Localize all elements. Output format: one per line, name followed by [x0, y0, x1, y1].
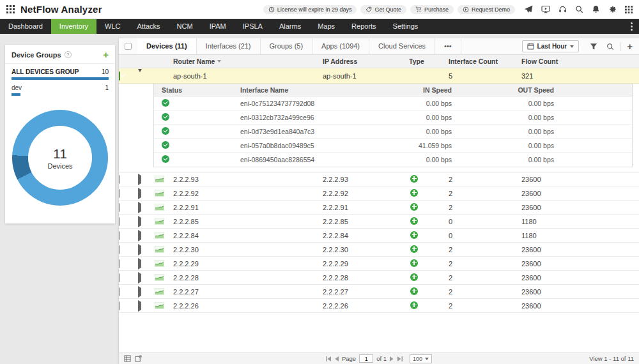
row-checkbox[interactable]: [119, 301, 120, 310]
notifications-bell-icon[interactable]: [592, 5, 600, 13]
collapse-caret-icon[interactable]: [138, 69, 142, 80]
request-demo-button[interactable]: Request Demo: [458, 5, 515, 14]
last-page-icon[interactable]: [397, 356, 403, 361]
filter-icon[interactable]: [590, 43, 597, 50]
column-header-type[interactable]: Type: [409, 57, 449, 65]
interface-name[interactable]: eni-0d73e9d1ea840a7c3: [240, 128, 376, 135]
support-headset-icon[interactable]: [558, 5, 567, 13]
device-row[interactable]: 2.2.2.842.2.2.8401180: [119, 229, 639, 243]
purchase-button[interactable]: Purchase: [410, 5, 454, 14]
table-search-icon[interactable]: [606, 43, 614, 50]
row-checkbox[interactable]: [119, 175, 120, 184]
column-header-interface-count[interactable]: Interface Count: [449, 57, 521, 65]
nav-item-alarms[interactable]: Alarms: [271, 19, 309, 34]
next-page-icon[interactable]: [390, 356, 394, 361]
training-screen-icon[interactable]: [541, 5, 550, 13]
nav-item-attacks[interactable]: Attacks: [129, 19, 169, 34]
send-feedback-icon[interactable]: [524, 5, 533, 13]
row-checkbox[interactable]: [119, 231, 120, 240]
device-row[interactable]: 2.2.2.272.2.2.27223600: [119, 285, 639, 299]
help-icon[interactable]: ?: [65, 51, 72, 58]
interface-name[interactable]: eni-0c751234737792d08: [240, 100, 376, 107]
expand-caret-icon[interactable]: [138, 244, 141, 255]
row-checkbox[interactable]: [119, 259, 120, 268]
tab-apps[interactable]: Apps (1094): [312, 38, 369, 54]
tab-more[interactable]: •••: [435, 38, 461, 54]
apps-grid-icon[interactable]: [6, 5, 15, 13]
nav-overflow-icon[interactable]: [624, 19, 639, 34]
expand-caret-icon[interactable]: [138, 188, 141, 199]
page-size-select[interactable]: 100: [410, 354, 432, 363]
tab-groups[interactable]: Groups (5): [261, 38, 313, 54]
page-input[interactable]: [359, 354, 373, 363]
interface-row[interactable]: eni-057a0b8dac09489c5 41.059 bps 0.00 bp…: [154, 139, 632, 153]
interface-row[interactable]: eni-0d73e9d1ea840a7c3 0.00 bps 0.00 bps: [154, 125, 632, 139]
interface-row[interactable]: eni-0312cb732a499ce96 0.00 bps 0.00 bps: [154, 110, 632, 125]
device-row[interactable]: 2.2.2.852.2.2.8501180: [119, 215, 639, 229]
device-row[interactable]: 2.2.2.922.2.2.92223600: [119, 186, 639, 201]
device-row[interactable]: 2.2.2.262.2.2.26223600: [119, 299, 639, 313]
interface-row[interactable]: eni-0869450aac8286554 0.00 bps 0.00 bps: [154, 153, 632, 167]
expand-caret-icon[interactable]: [138, 174, 141, 185]
expand-caret-icon[interactable]: [138, 230, 141, 241]
router-name[interactable]: 2.2.2.93: [170, 176, 323, 183]
waffle-menu-icon[interactable]: [625, 6, 633, 13]
previous-page-icon[interactable]: [335, 356, 339, 361]
add-device-icon[interactable]: +: [627, 41, 633, 52]
nav-item-wlc[interactable]: WLC: [96, 19, 128, 34]
nav-item-ipsla[interactable]: IPSLA: [235, 19, 271, 34]
nav-item-reports[interactable]: Reports: [343, 19, 385, 34]
expand-caret-icon[interactable]: [138, 258, 141, 269]
nav-item-dashboard[interactable]: Dashboard: [0, 19, 51, 34]
devices-donut-chart[interactable]: 11 Devices: [12, 110, 108, 206]
nav-item-maps[interactable]: Maps: [309, 19, 343, 34]
expand-caret-icon[interactable]: [138, 300, 141, 312]
search-icon[interactable]: [575, 5, 583, 13]
add-group-icon[interactable]: +: [103, 50, 109, 59]
router-name[interactable]: 2.2.2.91: [170, 204, 323, 211]
group-item-all-devices[interactable]: ALL DEVICES GROUP 10: [5, 64, 115, 80]
row-checkbox[interactable]: [119, 287, 120, 296]
router-name[interactable]: 2.2.2.92: [170, 190, 323, 197]
row-checkbox[interactable]: [119, 273, 120, 282]
column-header-flow-count[interactable]: Flow Count: [521, 57, 592, 65]
nav-item-ncm[interactable]: NCM: [169, 19, 201, 34]
select-all-checkbox[interactable]: [125, 43, 132, 50]
column-header-ip-address[interactable]: IP Address: [323, 57, 409, 65]
column-header-router-name[interactable]: Router Name: [170, 57, 323, 65]
expand-caret-icon[interactable]: [138, 202, 141, 213]
interface-name[interactable]: eni-0869450aac8286554: [240, 156, 376, 163]
tab-interfaces[interactable]: Interfaces (21): [197, 38, 261, 54]
row-checkbox[interactable]: [119, 245, 120, 254]
interface-row[interactable]: eni-0c751234737792d08 0.00 bps 0.00 bps: [154, 96, 632, 110]
router-name[interactable]: 2.2.2.27: [170, 288, 323, 296]
row-checkbox[interactable]: [119, 189, 120, 198]
export-table-icon[interactable]: [124, 355, 131, 362]
device-row[interactable]: 2.2.2.912.2.2.91223600: [119, 201, 639, 215]
router-name[interactable]: 2.2.2.29: [170, 260, 323, 268]
device-row[interactable]: 2.2.2.282.2.2.28223600: [119, 271, 639, 285]
time-range-selector[interactable]: Last Hour: [522, 40, 580, 52]
router-name[interactable]: 2.2.2.30: [170, 246, 323, 254]
expand-caret-icon[interactable]: [138, 272, 141, 284]
router-name[interactable]: 2.2.2.26: [170, 302, 323, 310]
router-name[interactable]: 2.2.2.28: [170, 274, 323, 282]
device-row[interactable]: 2.2.2.302.2.2.30223600: [119, 243, 639, 257]
device-row-expanded[interactable]: ap-south-1 ap-south-1 5 321: [119, 68, 639, 84]
settings-gear-icon[interactable]: [608, 5, 617, 13]
interface-name[interactable]: eni-057a0b8dac09489c5: [240, 142, 376, 149]
tab-devices[interactable]: Devices (11): [137, 38, 197, 54]
router-name[interactable]: 2.2.2.84: [170, 232, 323, 239]
first-page-icon[interactable]: [326, 356, 332, 361]
tab-cloud-services[interactable]: Cloud Services: [369, 38, 435, 54]
expand-caret-icon[interactable]: [138, 216, 141, 227]
nav-item-settings[interactable]: Settings: [385, 19, 427, 34]
nav-item-ipam[interactable]: IPAM: [201, 19, 235, 34]
router-name[interactable]: ap-south-1: [170, 72, 323, 80]
expand-caret-icon[interactable]: [138, 286, 141, 298]
router-name[interactable]: 2.2.2.85: [170, 218, 323, 225]
export-report-icon[interactable]: [135, 355, 142, 362]
interface-name[interactable]: eni-0312cb732a499ce96: [240, 114, 376, 121]
device-row[interactable]: 2.2.2.932.2.2.93223600: [119, 172, 639, 186]
row-checkbox[interactable]: [119, 72, 120, 80]
